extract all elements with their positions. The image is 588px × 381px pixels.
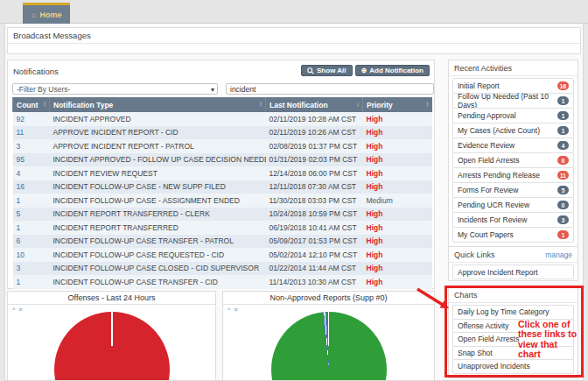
- priority-value: High: [367, 264, 383, 272]
- count-badge: 4: [557, 141, 569, 150]
- last-notification-cell: 01/22/2014 11:44 AM CST: [266, 262, 363, 276]
- activity-label: My Cases (Active Count): [458, 126, 540, 135]
- recent-activity-item[interactable]: My Cases (Active Count) 1: [452, 123, 574, 138]
- chart-link-label: Daily Log by Time Category: [458, 307, 549, 316]
- column-header-label: Count: [17, 101, 38, 109]
- recent-activity-item[interactable]: My Court Papers 1: [452, 227, 574, 243]
- table-row: 6 INCIDENT FOLLOW-UP CASE TRANSFER - PAT…: [13, 235, 432, 249]
- activity-label: Pending UCR Review: [458, 201, 529, 209]
- count-link[interactable]: 1: [17, 223, 21, 232]
- count-link[interactable]: 1: [17, 278, 21, 286]
- chart-link-item[interactable]: Offense Activity: [452, 319, 574, 334]
- notification-type-cell: INCIDENT FOLLOW-UP CASE TRANSFER - PATRO…: [50, 235, 266, 249]
- chart-link-item[interactable]: Snap Shot: [452, 346, 574, 361]
- chart-link-item[interactable]: Open Field Arrests: [452, 332, 574, 347]
- chart-controls: ^ ≡: [228, 307, 237, 313]
- recent-activity-item[interactable]: Follow Up Needed (Past 10 Days) 1: [452, 93, 574, 109]
- show-all-button[interactable]: Show All: [301, 65, 352, 76]
- last-notification-cell: 11/30/2018 03:03 PM CST: [266, 194, 363, 208]
- chart-menu-icon[interactable]: ≡: [18, 307, 22, 313]
- column-header-label: Last Notification: [270, 101, 328, 109]
- activity-label: Forms For Review: [458, 186, 518, 194]
- recent-activity-item[interactable]: Pending UCR Review 0: [452, 197, 574, 213]
- recent-activity-item[interactable]: Pending Approval 1: [452, 108, 574, 123]
- collapse-icon[interactable]: ^: [228, 307, 230, 313]
- chart-link-item[interactable]: Daily Log by Time Category: [452, 305, 574, 320]
- chart-link-label: Open Field Arrests: [458, 335, 519, 343]
- notification-type-cell: INCIDENT APPROVED - FOLLOW UP CASE DECIS…: [50, 153, 266, 167]
- notification-type-cell: INCIDENT FOLLOW-UP CASE - ASSIGNMENT END…: [50, 194, 266, 208]
- column-header[interactable]: Last Notification ↓: [266, 97, 363, 112]
- count-link[interactable]: 3: [17, 264, 21, 272]
- table-row: 16 INCIDENT FOLLOW-UP CASE - NEW SUPP FI…: [13, 180, 432, 194]
- activity-label: Follow Up Needed (Past 10 Days): [458, 92, 557, 109]
- notifications-table: Count ↕ Notification Type ↕ Last Notific…: [12, 97, 432, 289]
- column-header[interactable]: Count ↕: [13, 97, 50, 112]
- last-notification-cell: 02/11/2019 10:28 AM CST: [266, 112, 363, 126]
- non-approved-pie-chart[interactable]: [271, 312, 387, 381]
- sort-icon: ↓: [356, 100, 360, 108]
- last-notification-cell: 11/14/2013 10:30 AM CST: [266, 275, 363, 289]
- count-badge: 1: [557, 96, 569, 105]
- table-row: 3 INCIDENT FOLLOW-UP CASE CLOSED - CID S…: [13, 262, 432, 276]
- priority-value: High: [367, 155, 383, 164]
- last-notification-cell: 10/24/2018 10:59 PM CST: [266, 208, 363, 222]
- activity-label: Initial Report: [458, 81, 500, 90]
- recent-activity-item[interactable]: Evidence Review 4: [452, 138, 574, 153]
- notifications-title: Notifications: [13, 67, 59, 76]
- quick-link-label: Approve Incident Report: [458, 268, 538, 277]
- notification-type-cell: INCIDENT FOLLOW-UP CASE REQUESTED - CID: [50, 248, 266, 262]
- recent-activity-item[interactable]: Arrests Pending Release 11: [452, 167, 574, 183]
- tab-home[interactable]: ⌂ Home: [23, 3, 70, 24]
- table-row: 1 INCIDENT FOLLOW-UP CASE - ASSIGNMENT E…: [13, 194, 432, 208]
- chevron-down-icon: ▾: [211, 84, 214, 95]
- add-notification-button[interactable]: ⊕ Add Notification: [355, 65, 430, 76]
- count-link[interactable]: 95: [17, 155, 24, 164]
- notification-type-cell: INCIDENT FOLLOW-UP CASE CLOSED - CID SUP…: [50, 262, 266, 276]
- notification-type-cell: APPROVE INCIDENT REPORT - PATROL: [50, 139, 266, 153]
- notifications-toolbar: Show All ⊕ Add Notification: [301, 65, 430, 76]
- column-header-label: Priority: [367, 101, 393, 109]
- chart-link-label: Snap Shot: [458, 349, 493, 357]
- notification-search-input[interactable]: [226, 83, 434, 95]
- priority-value: High: [367, 142, 383, 151]
- table-row: 10 INCIDENT FOLLOW-UP CASE REQUESTED - C…: [13, 248, 432, 262]
- chart-link-label: Offense Activity: [458, 321, 508, 330]
- plus-circle-icon: ⊕: [361, 67, 368, 74]
- count-link[interactable]: 5: [17, 209, 21, 218]
- add-notification-label: Add Notification: [369, 67, 424, 74]
- recent-activities-list: Initial Report 16 Follow Up Needed (Past…: [449, 76, 578, 243]
- quick-link-item[interactable]: Approve Incident Report: [452, 265, 574, 279]
- notification-type-cell: APPROVE INCIDENT REPORT - CID: [50, 126, 266, 140]
- last-notification-cell: 02/08/2019 01:37 PM CST: [266, 139, 363, 153]
- count-link[interactable]: 4: [17, 169, 21, 178]
- collapse-icon[interactable]: ^: [12, 307, 15, 313]
- recent-activity-item[interactable]: Forms For Review 5: [452, 182, 574, 198]
- recent-activity-item[interactable]: Open Field Arrests 6: [452, 152, 574, 168]
- offenses-pie-chart[interactable]: [54, 312, 170, 381]
- count-link[interactable]: 3: [17, 142, 21, 151]
- notification-type-cell: INCIDENT APPROVED: [50, 112, 266, 126]
- count-badge: 1: [557, 111, 569, 120]
- table-header-row: Count ↕ Notification Type ↕ Last Notific…: [13, 97, 432, 112]
- count-link[interactable]: 92: [17, 115, 24, 123]
- count-badge: 16: [557, 81, 569, 90]
- priority-value: Medium: [367, 196, 393, 205]
- chart-menu-icon[interactable]: ≡: [234, 307, 237, 313]
- activity-label: Evidence Review: [458, 141, 514, 150]
- count-link[interactable]: 10: [17, 250, 24, 259]
- column-header[interactable]: Priority ↕: [363, 97, 432, 112]
- sort-icon: ↕: [259, 100, 262, 108]
- recent-activity-item[interactable]: Incidents For Review 3: [452, 212, 574, 228]
- last-notification-cell: 05/09/2017 01:53 PM CST: [266, 235, 363, 249]
- column-header[interactable]: Notification Type ↕: [50, 97, 266, 112]
- priority-value: High: [367, 278, 383, 286]
- filter-by-users-select[interactable]: -Filter By Users- ▾: [12, 83, 218, 95]
- count-link[interactable]: 11: [17, 128, 24, 137]
- last-notification-cell: 06/19/2018 10:41 AM CST: [266, 221, 363, 235]
- count-link[interactable]: 1: [17, 196, 21, 205]
- manage-link[interactable]: manage: [545, 250, 572, 259]
- chart-link-item[interactable]: Unapproved Incidents: [452, 359, 574, 374]
- count-link[interactable]: 16: [17, 182, 24, 191]
- count-link[interactable]: 6: [17, 236, 21, 245]
